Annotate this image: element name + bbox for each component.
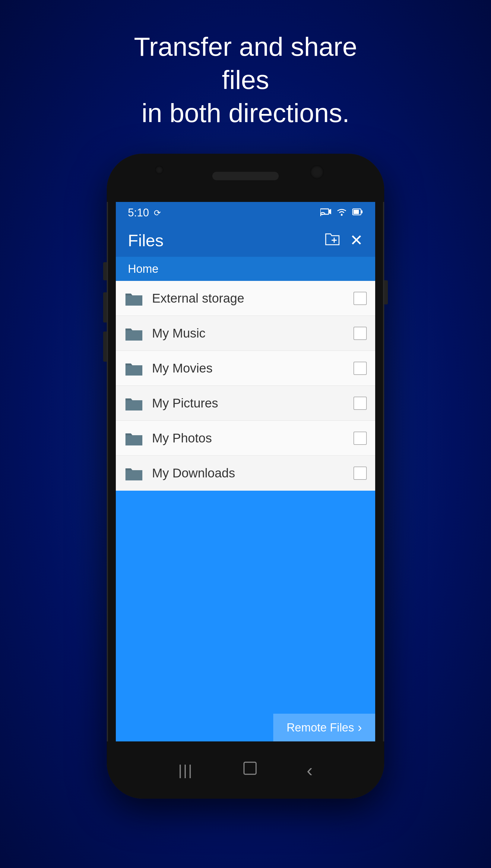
home-nav-icon[interactable] (241, 760, 258, 780)
folder-icon (124, 360, 144, 377)
file-checkbox[interactable] (353, 362, 367, 375)
file-name: My Downloads (152, 466, 353, 480)
headline: Transfer and share files in both directi… (110, 30, 381, 130)
file-name: My Movies (152, 361, 353, 375)
file-list: External storage My Music (116, 281, 375, 491)
status-icons (320, 207, 363, 218)
list-item[interactable]: My Music (116, 316, 375, 351)
folder-icon (124, 395, 144, 412)
phone-screen: 5:10 ⟳ (116, 202, 375, 741)
list-item[interactable]: My Movies (116, 351, 375, 386)
add-folder-button[interactable] (324, 231, 340, 249)
bixby-button (103, 332, 107, 362)
content-area: Remote Files › (116, 491, 375, 741)
top-bezel (107, 154, 384, 202)
time-display: 5:10 (128, 207, 149, 219)
speaker (212, 172, 279, 180)
file-name: My Pictures (152, 396, 353, 410)
bottom-bezel: ||| ‹ (107, 741, 384, 799)
volume-up-button (103, 262, 107, 280)
remote-files-button[interactable]: Remote Files › (273, 714, 375, 741)
file-checkbox[interactable] (353, 397, 367, 410)
chevron-right-icon: › (358, 720, 362, 735)
breadcrumb-bar: Home (116, 257, 375, 281)
headline-line1: Transfer and share files (134, 32, 357, 95)
volume-down-button (103, 292, 107, 322)
file-checkbox[interactable] (353, 327, 367, 340)
list-item[interactable]: External storage (116, 281, 375, 316)
wifi-icon (336, 207, 347, 218)
close-button[interactable]: ✕ (350, 231, 363, 249)
svg-rect-8 (244, 762, 256, 774)
folder-icon (124, 465, 144, 482)
breadcrumb-path: Home (128, 262, 158, 276)
file-name: External storage (152, 291, 353, 306)
front-camera (310, 165, 324, 179)
file-checkbox[interactable] (353, 467, 367, 480)
app-icon: ⟳ (154, 208, 161, 218)
list-item[interactable]: My Photos (116, 421, 375, 456)
folder-icon (124, 290, 144, 307)
header-actions: ✕ (324, 231, 363, 249)
list-item[interactable]: My Pictures (116, 386, 375, 421)
file-checkbox[interactable] (353, 432, 367, 445)
svg-rect-5 (361, 210, 363, 213)
back-nav-icon[interactable]: ‹ (307, 760, 313, 781)
status-bar: 5:10 ⟳ (116, 202, 375, 224)
app-header: Files ✕ (116, 224, 375, 257)
file-checkbox[interactable] (353, 292, 367, 305)
file-name: My Music (152, 326, 353, 341)
svg-point-2 (341, 214, 343, 216)
headline-line2: in both directions. (141, 98, 350, 128)
svg-rect-4 (353, 210, 359, 214)
remote-files-label: Remote Files (287, 721, 354, 734)
folder-icon (124, 430, 144, 447)
phone-shell: 5:10 ⟳ (107, 154, 384, 799)
status-time: 5:10 ⟳ (128, 207, 161, 219)
power-button (384, 280, 388, 304)
menu-nav-icon[interactable]: ||| (178, 762, 193, 778)
folder-icon (124, 325, 144, 342)
app-title: Files (128, 230, 164, 250)
file-name: My Photos (152, 431, 353, 445)
cast-icon (320, 207, 331, 218)
battery-icon (352, 207, 363, 218)
list-item[interactable]: My Downloads (116, 456, 375, 491)
